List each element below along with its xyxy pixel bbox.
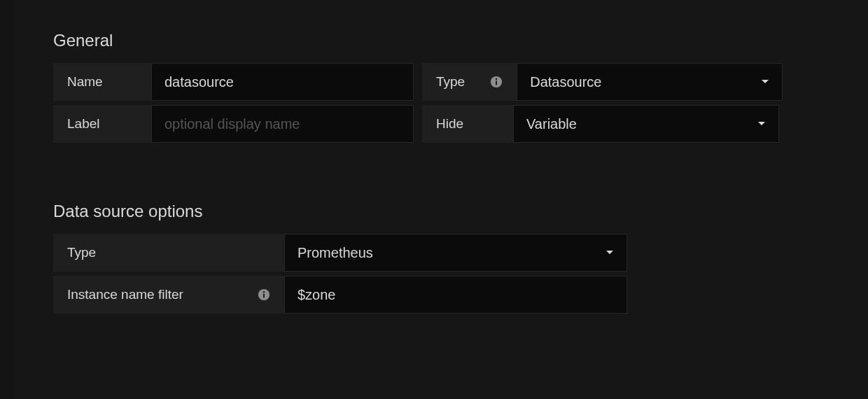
type-select-value: Datasource bbox=[530, 74, 601, 90]
ds-row-filter: Instance name filter bbox=[53, 276, 829, 314]
ds-options-heading: Data source options bbox=[53, 202, 829, 221]
name-label: Name bbox=[53, 63, 151, 101]
svg-rect-1 bbox=[496, 80, 497, 85]
hide-label: Hide bbox=[422, 105, 513, 143]
type-select[interactable]: Datasource bbox=[517, 63, 783, 101]
caret-down-icon bbox=[761, 79, 769, 85]
general-row-2: Label Hide Variable bbox=[53, 105, 829, 143]
type-label-text: Type bbox=[436, 74, 465, 90]
info-icon[interactable] bbox=[258, 288, 270, 301]
general-heading: General bbox=[53, 31, 829, 50]
caret-down-icon bbox=[757, 121, 766, 127]
hide-select-value: Variable bbox=[526, 116, 577, 132]
instance-filter-input[interactable] bbox=[284, 276, 627, 314]
label-label: Label bbox=[53, 105, 151, 143]
svg-point-5 bbox=[263, 291, 265, 293]
instance-filter-label-text: Instance name filter bbox=[67, 287, 183, 302]
info-icon[interactable] bbox=[490, 76, 503, 88]
svg-rect-4 bbox=[263, 293, 265, 298]
hide-select[interactable]: Variable bbox=[513, 105, 779, 143]
instance-filter-label: Instance name filter bbox=[53, 276, 284, 314]
ds-type-select[interactable]: Prometheus bbox=[284, 234, 627, 272]
ds-type-label: Type bbox=[53, 234, 284, 272]
svg-point-2 bbox=[496, 78, 497, 80]
ds-row-type: Type Prometheus bbox=[53, 234, 829, 272]
label-input[interactable] bbox=[151, 105, 414, 143]
type-label: Type bbox=[422, 63, 517, 101]
name-input[interactable] bbox=[151, 63, 414, 101]
ds-type-select-value: Prometheus bbox=[298, 245, 373, 261]
caret-down-icon bbox=[606, 250, 614, 255]
general-row-1: Name Type Datasource bbox=[53, 63, 829, 101]
variable-editor-panel: General Name Type Datasource Label bbox=[14, 0, 868, 399]
